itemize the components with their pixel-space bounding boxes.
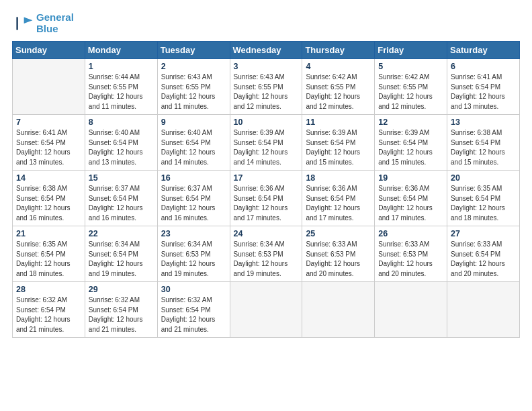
day-number: 19 <box>378 173 443 183</box>
day-info: Sunrise: 6:40 AMSunset: 6:54 PMDaylight:… <box>89 128 154 167</box>
day-number: 18 <box>306 173 371 183</box>
day-info: Sunrise: 6:39 AMSunset: 6:54 PMDaylight:… <box>234 128 299 167</box>
day-number: 8 <box>89 118 154 127</box>
day-number: 9 <box>161 118 226 127</box>
day-number: 21 <box>16 229 81 238</box>
day-number: 24 <box>234 229 299 238</box>
calendar-day-cell: 30Sunrise: 6:32 AMSunset: 6:54 PMDayligh… <box>157 282 230 338</box>
day-number: 15 <box>89 173 154 183</box>
svg-rect-0 <box>13 13 33 33</box>
day-info: Sunrise: 6:36 AMSunset: 6:54 PMDaylight:… <box>378 184 443 223</box>
day-info: Sunrise: 6:39 AMSunset: 6:54 PMDaylight:… <box>306 128 371 167</box>
day-number: 13 <box>451 118 516 127</box>
logo-icon <box>12 13 34 34</box>
calendar: SundayMondayTuesdayWednesdayThursdayFrid… <box>12 41 520 338</box>
day-number: 12 <box>378 118 443 127</box>
calendar-week-row: 21Sunrise: 6:35 AMSunset: 6:54 PMDayligh… <box>13 226 520 282</box>
calendar-day-cell: 1Sunrise: 6:44 AMSunset: 6:55 PMDaylight… <box>85 59 157 115</box>
day-info: Sunrise: 6:37 AMSunset: 6:54 PMDaylight:… <box>161 184 226 223</box>
day-number: 2 <box>161 62 226 71</box>
calendar-day-cell: 11Sunrise: 6:39 AMSunset: 6:54 PMDayligh… <box>302 115 375 171</box>
day-number: 6 <box>451 62 516 71</box>
day-info: Sunrise: 6:33 AMSunset: 6:53 PMDaylight:… <box>378 240 443 279</box>
day-info: Sunrise: 6:32 AMSunset: 6:54 PMDaylight:… <box>89 295 154 334</box>
day-info: Sunrise: 6:38 AMSunset: 6:54 PMDaylight:… <box>16 184 81 223</box>
calendar-day-cell: 4Sunrise: 6:42 AMSunset: 6:55 PMDaylight… <box>302 59 375 115</box>
day-info: Sunrise: 6:41 AMSunset: 6:54 PMDaylight:… <box>451 73 516 111</box>
calendar-header-row: SundayMondayTuesdayWednesdayThursdayFrid… <box>13 42 520 59</box>
calendar-day-cell: 5Sunrise: 6:42 AMSunset: 6:55 PMDaylight… <box>375 59 447 115</box>
calendar-day-header: Thursday <box>302 42 375 59</box>
day-number: 1 <box>89 62 154 71</box>
calendar-day-cell <box>13 59 85 115</box>
calendar-day-cell: 2Sunrise: 6:43 AMSunset: 6:55 PMDaylight… <box>157 59 230 115</box>
day-number: 23 <box>161 229 226 238</box>
day-info: Sunrise: 6:39 AMSunset: 6:54 PMDaylight:… <box>378 128 443 167</box>
day-info: Sunrise: 6:37 AMSunset: 6:54 PMDaylight:… <box>89 184 154 223</box>
day-info: Sunrise: 6:35 AMSunset: 6:54 PMDaylight:… <box>16 240 81 279</box>
day-info: Sunrise: 6:32 AMSunset: 6:54 PMDaylight:… <box>161 295 226 334</box>
calendar-week-row: 7Sunrise: 6:41 AMSunset: 6:54 PMDaylight… <box>13 115 520 171</box>
day-number: 4 <box>306 62 371 71</box>
day-info: Sunrise: 6:38 AMSunset: 6:54 PMDaylight:… <box>451 128 516 167</box>
calendar-day-cell: 6Sunrise: 6:41 AMSunset: 6:54 PMDaylight… <box>447 59 520 115</box>
calendar-day-cell: 23Sunrise: 6:34 AMSunset: 6:53 PMDayligh… <box>157 226 230 282</box>
logo: General Blue <box>12 12 74 34</box>
day-number: 25 <box>306 229 371 238</box>
calendar-day-cell <box>302 282 375 338</box>
calendar-day-cell: 27Sunrise: 6:33 AMSunset: 6:54 PMDayligh… <box>447 226 520 282</box>
day-number: 28 <box>16 285 81 294</box>
calendar-day-cell: 9Sunrise: 6:40 AMSunset: 6:54 PMDaylight… <box>157 115 230 171</box>
day-info: Sunrise: 6:43 AMSunset: 6:55 PMDaylight:… <box>234 73 299 111</box>
calendar-day-cell: 8Sunrise: 6:40 AMSunset: 6:54 PMDaylight… <box>85 115 157 171</box>
day-number: 20 <box>451 173 516 183</box>
day-number: 22 <box>89 229 154 238</box>
day-number: 11 <box>306 118 371 127</box>
svg-rect-2 <box>16 17 17 30</box>
day-info: Sunrise: 6:34 AMSunset: 6:53 PMDaylight:… <box>234 240 299 279</box>
day-info: Sunrise: 6:44 AMSunset: 6:55 PMDaylight:… <box>89 73 154 111</box>
day-number: 14 <box>16 173 81 183</box>
calendar-day-cell: 3Sunrise: 6:43 AMSunset: 6:55 PMDaylight… <box>230 59 302 115</box>
page: General Blue SundayMondayTuesdayWednesda… <box>0 0 532 411</box>
day-info: Sunrise: 6:43 AMSunset: 6:55 PMDaylight:… <box>161 73 226 111</box>
calendar-day-cell: 20Sunrise: 6:35 AMSunset: 6:54 PMDayligh… <box>447 171 520 226</box>
calendar-day-cell: 19Sunrise: 6:36 AMSunset: 6:54 PMDayligh… <box>375 171 447 226</box>
day-info: Sunrise: 6:32 AMSunset: 6:54 PMDaylight:… <box>16 295 81 334</box>
calendar-day-cell <box>230 282 302 338</box>
day-number: 17 <box>234 173 299 183</box>
calendar-day-cell: 22Sunrise: 6:34 AMSunset: 6:54 PMDayligh… <box>85 226 157 282</box>
day-info: Sunrise: 6:36 AMSunset: 6:54 PMDaylight:… <box>234 184 299 223</box>
calendar-day-cell: 18Sunrise: 6:36 AMSunset: 6:54 PMDayligh… <box>302 171 375 226</box>
day-number: 5 <box>378 62 443 71</box>
calendar-day-cell: 25Sunrise: 6:33 AMSunset: 6:53 PMDayligh… <box>302 226 375 282</box>
day-number: 16 <box>161 173 226 183</box>
day-number: 10 <box>234 118 299 127</box>
calendar-day-header: Saturday <box>447 42 520 59</box>
day-info: Sunrise: 6:33 AMSunset: 6:54 PMDaylight:… <box>451 240 516 279</box>
calendar-day-header: Sunday <box>13 42 85 59</box>
calendar-day-cell <box>447 282 520 338</box>
calendar-day-cell: 28Sunrise: 6:32 AMSunset: 6:54 PMDayligh… <box>13 282 85 338</box>
day-info: Sunrise: 6:34 AMSunset: 6:54 PMDaylight:… <box>89 240 154 279</box>
calendar-day-cell: 10Sunrise: 6:39 AMSunset: 6:54 PMDayligh… <box>230 115 302 171</box>
day-info: Sunrise: 6:35 AMSunset: 6:54 PMDaylight:… <box>451 184 516 223</box>
calendar-day-cell <box>375 282 447 338</box>
calendar-day-header: Wednesday <box>230 42 302 59</box>
day-number: 29 <box>89 285 154 294</box>
day-number: 26 <box>378 229 443 238</box>
calendar-day-cell: 15Sunrise: 6:37 AMSunset: 6:54 PMDayligh… <box>85 171 157 226</box>
day-info: Sunrise: 6:42 AMSunset: 6:55 PMDaylight:… <box>306 73 371 111</box>
day-info: Sunrise: 6:42 AMSunset: 6:55 PMDaylight:… <box>378 73 443 111</box>
calendar-day-header: Tuesday <box>157 42 230 59</box>
calendar-day-cell: 17Sunrise: 6:36 AMSunset: 6:54 PMDayligh… <box>230 171 302 226</box>
day-info: Sunrise: 6:34 AMSunset: 6:53 PMDaylight:… <box>161 240 226 279</box>
day-info: Sunrise: 6:40 AMSunset: 6:54 PMDaylight:… <box>161 128 226 167</box>
day-info: Sunrise: 6:33 AMSunset: 6:53 PMDaylight:… <box>306 240 371 279</box>
day-number: 27 <box>451 229 516 238</box>
calendar-day-header: Friday <box>375 42 447 59</box>
logo-wordmark: General Blue <box>36 12 74 34</box>
calendar-day-cell: 14Sunrise: 6:38 AMSunset: 6:54 PMDayligh… <box>13 171 85 226</box>
header: General Blue <box>12 12 520 34</box>
calendar-day-cell: 7Sunrise: 6:41 AMSunset: 6:54 PMDaylight… <box>13 115 85 171</box>
